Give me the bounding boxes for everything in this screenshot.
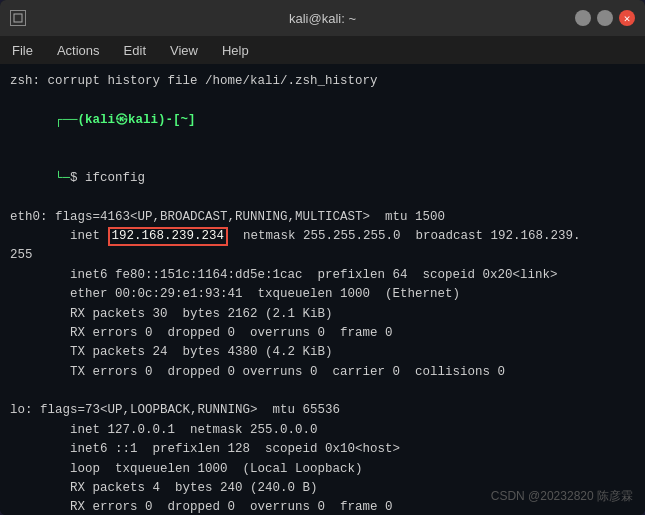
- window-controls: ✕: [575, 10, 635, 26]
- title-bar-left: [10, 10, 26, 26]
- term-blank-1: [10, 382, 635, 401]
- minimize-button[interactable]: [575, 10, 591, 26]
- term-inet6: inet6 fe80::151c:1164:dd5e:1cac prefixle…: [10, 266, 635, 285]
- term-error-line: zsh: corrupt history file /home/kali/.zs…: [10, 72, 635, 91]
- window-icon: [10, 10, 26, 26]
- menu-edit[interactable]: Edit: [120, 41, 150, 60]
- terminal-body[interactable]: zsh: corrupt history file /home/kali/.zs…: [0, 64, 645, 515]
- svg-rect-0: [14, 14, 22, 22]
- term-lo-flags: lo: flags=73<UP,LOOPBACK,RUNNING> mtu 65…: [10, 401, 635, 420]
- term-ether: ether 00:0c:29:e1:93:41 txqueuelen 1000 …: [10, 285, 635, 304]
- term-cmd-ifconfig: └─$ ifconfig: [10, 150, 635, 208]
- ip-address-highlight: 192.168.239.234: [108, 227, 229, 246]
- term-tx-packets: TX packets 24 bytes 4380 (4.2 KiB): [10, 343, 635, 362]
- term-rx-packets: RX packets 30 bytes 2162 (2.1 KiB): [10, 305, 635, 324]
- term-prompt-1: ┌──(kali㉿kali)-[~]: [10, 91, 635, 149]
- term-rx-errors: RX errors 0 dropped 0 overruns 0 frame 0: [10, 324, 635, 343]
- term-lo-inet6: inet6 ::1 prefixlen 128 scopeid 0x10<hos…: [10, 440, 635, 459]
- maximize-button[interactable]: [597, 10, 613, 26]
- menu-bar: File Actions Edit View Help: [0, 36, 645, 64]
- term-eth0-flags: eth0: flags=4163<UP,BROADCAST,RUNNING,MU…: [10, 208, 635, 227]
- watermark: CSDN @20232820 陈彦霖: [491, 488, 633, 505]
- term-tx-errors: TX errors 0 dropped 0 overruns 0 carrier…: [10, 363, 635, 382]
- term-inet-line: inet 192.168.239.234 netmask 255.255.255…: [10, 227, 635, 266]
- title-bar: kali@kali: ~ ✕: [0, 0, 645, 36]
- close-button[interactable]: ✕: [619, 10, 635, 26]
- menu-help[interactable]: Help: [218, 41, 253, 60]
- menu-actions[interactable]: Actions: [53, 41, 104, 60]
- menu-file[interactable]: File: [8, 41, 37, 60]
- term-lo-loop: loop txqueuelen 1000 (Local Loopback): [10, 460, 635, 479]
- window-title: kali@kali: ~: [289, 11, 356, 26]
- menu-view[interactable]: View: [166, 41, 202, 60]
- terminal-window: kali@kali: ~ ✕ File Actions Edit View He…: [0, 0, 645, 515]
- term-lo-inet: inet 127.0.0.1 netmask 255.0.0.0: [10, 421, 635, 440]
